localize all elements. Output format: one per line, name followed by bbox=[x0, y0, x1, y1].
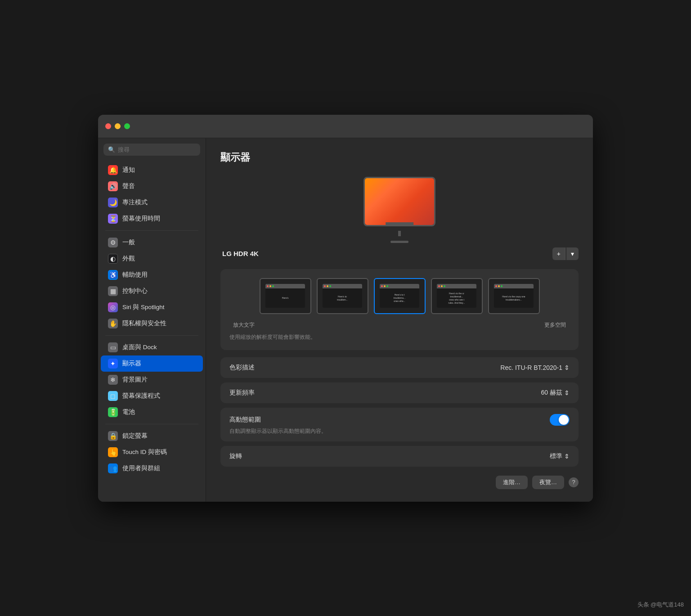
resolution-note: 使用縮放的解析度可能會影響效能。 bbox=[229, 333, 570, 341]
watermark: 头条 @电气道148 bbox=[637, 601, 684, 609]
sidebar-item-wallpaper[interactable]: ❄ 背景圖片 bbox=[101, 372, 203, 388]
add-monitor-controls: + ▾ bbox=[552, 247, 579, 260]
advanced-button[interactable]: 進階… bbox=[496, 476, 528, 489]
minimize-button[interactable] bbox=[115, 123, 121, 129]
mock-dot-green bbox=[272, 285, 274, 287]
night-shift-button[interactable]: 夜覽… bbox=[532, 476, 564, 489]
res-preview-3: Here's to ttroublema...ones who... bbox=[374, 278, 426, 314]
sidebar-item-sound[interactable]: 🔊 聲音 bbox=[101, 178, 203, 194]
monitor-name: LG HDR 4K bbox=[220, 250, 548, 257]
sidebar-item-screensaver[interactable]: ◻ 螢幕保護程式 bbox=[101, 388, 203, 404]
search-box[interactable]: 🔍 bbox=[103, 144, 200, 156]
panel-title: 顯示器 bbox=[220, 151, 579, 164]
siri-icon: ◎ bbox=[108, 302, 118, 312]
resolution-option-2[interactable]: Here's totroublem... bbox=[317, 278, 368, 314]
sidebar-item-accessibility[interactable]: ♿ 輔助使用 bbox=[101, 267, 203, 283]
mock-titlebar-2 bbox=[323, 284, 363, 288]
mock-screen-4: Here's to the crtroublemak...ones who se… bbox=[437, 284, 477, 308]
mock-dot-red-4 bbox=[438, 285, 440, 287]
resolution-option-5[interactable]: Here's to the crazy one troublemakers... bbox=[488, 278, 540, 314]
mock-dot-green-5 bbox=[501, 285, 503, 287]
sidebar-item-label: 一般 bbox=[122, 238, 135, 247]
monitor-preview: LG HDR 4K + ▾ bbox=[220, 177, 579, 260]
sidebar-item-display[interactable]: ✦ 顯示器 bbox=[101, 355, 203, 372]
color-profile-value[interactable]: Rec. ITU-R BT.2020-1 ⇕ bbox=[500, 364, 570, 371]
help-button[interactable]: ? bbox=[569, 477, 579, 487]
refresh-rate-stepper-icon: ⇕ bbox=[564, 389, 570, 396]
search-icon: 🔍 bbox=[108, 146, 115, 153]
sidebar-item-touchid[interactable]: 👆 Touch ID 與密碼 bbox=[101, 444, 203, 460]
sound-icon: 🔊 bbox=[108, 181, 118, 191]
sidebar-item-label: 輔助使用 bbox=[122, 271, 148, 279]
sidebar-item-battery[interactable]: 🔋 電池 bbox=[101, 404, 203, 420]
sidebar-item-users[interactable]: 👥 使用者與群組 bbox=[101, 460, 203, 477]
monitor-stand bbox=[398, 231, 401, 236]
res-preview-2: Here's totroublem... bbox=[317, 278, 368, 314]
mock-text-5: Here's to the crazy one troublemakers... bbox=[496, 295, 532, 301]
refresh-rate-row: 更新頻率 60 赫茲 ⇕ bbox=[220, 382, 579, 403]
sidebar: 🔍 🔔 通知 🔊 聲音 🌙 專注模式 ⏳ 螢幕使用時間 bbox=[98, 138, 206, 502]
display-icon: ✦ bbox=[108, 359, 118, 369]
sidebar-item-privacy[interactable]: ✋ 隱私權與安全性 bbox=[101, 315, 203, 332]
resolution-option-3[interactable]: Here's to ttroublema...ones who... bbox=[374, 278, 426, 314]
wallpaper-icon: ❄ bbox=[108, 375, 118, 385]
hdr-label: 高動態範圍 bbox=[229, 416, 261, 424]
privacy-icon: ✋ bbox=[108, 319, 118, 328]
system-preferences-window: 🔍 🔔 通知 🔊 聲音 🌙 專注模式 ⏳ 螢幕使用時間 bbox=[98, 115, 593, 502]
control-icon: ▦ bbox=[108, 286, 118, 296]
screentime-icon: ⏳ bbox=[108, 214, 118, 224]
sidebar-item-general[interactable]: ⚙ 一般 bbox=[101, 234, 203, 251]
sidebar-item-focus[interactable]: 🌙 專注模式 bbox=[101, 194, 203, 211]
main-content: 🔍 🔔 通知 🔊 聲音 🌙 專注模式 ⏳ 螢幕使用時間 bbox=[98, 138, 593, 502]
refresh-rate-label: 更新頻率 bbox=[229, 389, 255, 397]
mock-content-2: Here's totroublem... bbox=[323, 288, 363, 308]
sidebar-item-appearance[interactable]: ◐ 外觀 bbox=[101, 251, 203, 267]
monitor-icon bbox=[363, 177, 435, 226]
sidebar-item-screentime[interactable]: ⏳ 螢幕使用時間 bbox=[101, 211, 203, 227]
maximize-button[interactable] bbox=[124, 123, 130, 129]
close-button[interactable] bbox=[105, 123, 111, 129]
sidebar-item-lock[interactable]: 🔒 鎖定螢幕 bbox=[101, 428, 203, 444]
mock-dot-red-2 bbox=[324, 285, 326, 287]
mock-content-3: Here's to ttroublema...ones who... bbox=[380, 288, 420, 308]
divider-1 bbox=[105, 230, 198, 231]
sidebar-item-label: 使用者與群組 bbox=[122, 464, 160, 472]
general-icon: ⚙ bbox=[108, 238, 118, 247]
refresh-rate-value[interactable]: 60 赫茲 ⇕ bbox=[541, 389, 570, 397]
hdr-row: 高動態範圍 自動調整顯示器以顯示高動態範圍內容。 bbox=[220, 408, 579, 441]
resolution-section: Here's bbox=[220, 269, 579, 350]
sidebar-item-label: 鎖定螢幕 bbox=[122, 432, 148, 440]
refresh-rate-text: 60 赫茲 bbox=[541, 389, 562, 397]
rotation-stepper-icon: ⇕ bbox=[564, 453, 570, 460]
mock-dot-yellow-3 bbox=[384, 285, 386, 287]
sidebar-item-control[interactable]: ▦ 控制中心 bbox=[101, 283, 203, 299]
rotation-row: 旋轉 標準 ⇕ bbox=[220, 446, 579, 467]
divider-2 bbox=[105, 335, 198, 336]
mock-text-3: Here's to ttroublema...ones who... bbox=[394, 293, 405, 303]
monitor-name-row: LG HDR 4K + ▾ bbox=[220, 247, 579, 260]
monitor-dropdown-button[interactable]: ▾ bbox=[566, 247, 579, 260]
mock-content-5: Here's to the crazy one troublemakers... bbox=[494, 288, 534, 308]
mock-dot-red-3 bbox=[381, 285, 383, 287]
accessibility-icon: ♿ bbox=[108, 270, 118, 280]
mock-content-1: Here's bbox=[265, 288, 305, 308]
users-icon: 👥 bbox=[108, 463, 118, 473]
sidebar-item-siri[interactable]: ◎ Siri 與 Spotlight bbox=[101, 299, 203, 315]
mock-screen-5: Here's to the crazy one troublemakers... bbox=[494, 284, 534, 308]
color-profile-text: Rec. ITU-R BT.2020-1 bbox=[500, 364, 562, 371]
search-input[interactable] bbox=[118, 146, 196, 153]
sidebar-item-desktop[interactable]: ▭ 桌面與 Dock bbox=[101, 339, 203, 355]
scale-label-left: 放大文字 bbox=[233, 321, 255, 329]
add-monitor-button[interactable]: + bbox=[552, 247, 565, 260]
mock-dot-red-5 bbox=[495, 285, 497, 287]
rotation-value[interactable]: 標準 ⇕ bbox=[550, 452, 570, 460]
color-profile-row: 色彩描述 Rec. ITU-R BT.2020-1 ⇕ bbox=[220, 357, 579, 378]
mock-text-1: Here's bbox=[282, 297, 288, 300]
res-preview-4: Here's to the crtroublemak...ones who se… bbox=[431, 278, 483, 314]
hdr-toggle[interactable] bbox=[550, 414, 570, 426]
resolution-option-1[interactable]: Here's bbox=[260, 278, 311, 314]
resolution-option-4[interactable]: Here's to the crtroublemak...ones who se… bbox=[431, 278, 483, 314]
mock-text-2: Here's totroublem... bbox=[337, 295, 348, 301]
sidebar-item-notify[interactable]: 🔔 通知 bbox=[101, 162, 203, 178]
focus-icon: 🌙 bbox=[108, 198, 118, 207]
